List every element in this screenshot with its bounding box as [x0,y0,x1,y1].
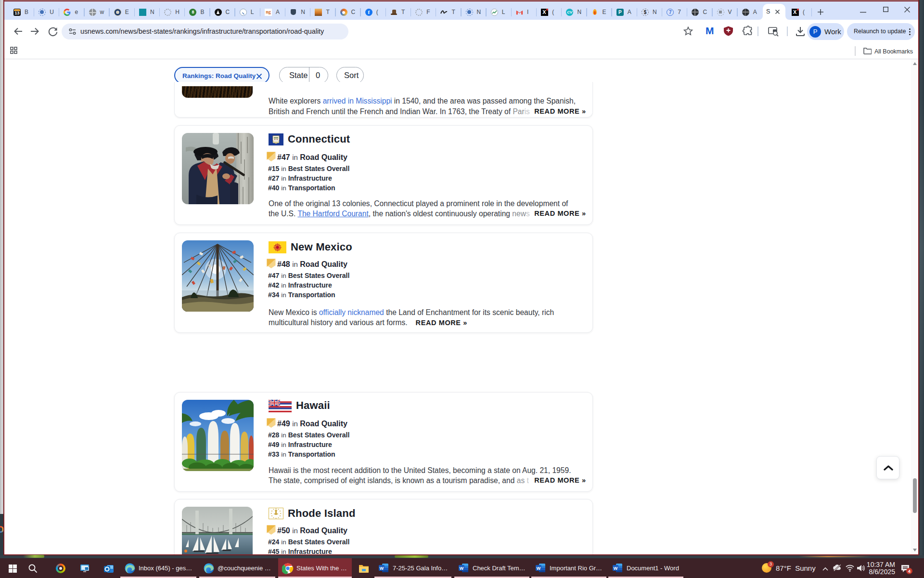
svg-text:W: W [460,565,464,570]
svg-text:W: W [537,565,541,570]
svg-text:W: W [614,565,618,570]
svg-text:W: W [380,565,384,570]
